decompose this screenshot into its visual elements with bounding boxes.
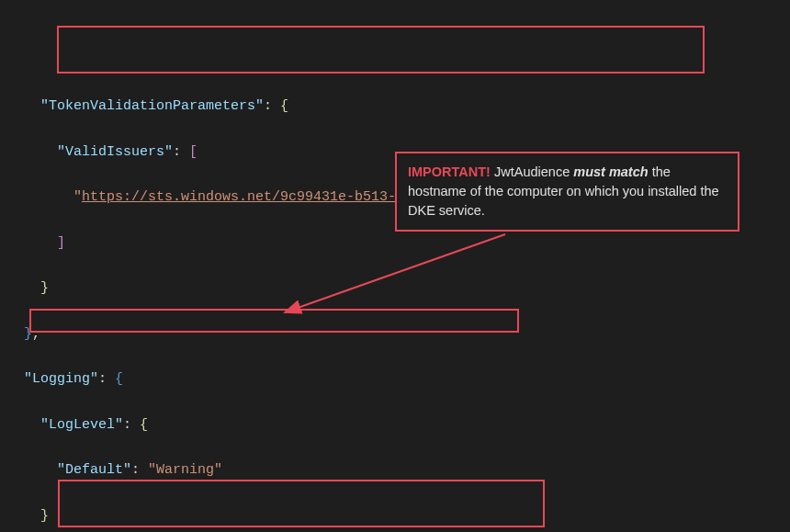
callout-box: IMPORTANT! JwtAudience must match the ho… <box>395 152 739 232</box>
code-line[interactable]: }, <box>0 323 790 346</box>
key-loglevel: LogLevel <box>49 417 115 433</box>
callout-important: IMPORTANT! <box>408 164 491 179</box>
callout-text1: JwtAudience <box>491 164 573 179</box>
code-line[interactable]: ] <box>0 232 790 255</box>
code-line[interactable]: "LogLevel": { <box>0 414 790 437</box>
code-line[interactable]: "TokenValidationParameters": { <box>0 96 790 119</box>
code-line[interactable]: } <box>0 277 790 300</box>
code-line[interactable]: } <box>0 505 790 528</box>
key-logging: Logging <box>32 371 90 387</box>
key-default: Default <box>65 462 123 478</box>
code-line[interactable]: "Default": "Warning" <box>0 459 790 482</box>
value-default: Warning <box>156 462 214 478</box>
key-validissuers: ValidIssuers <box>65 144 164 160</box>
callout-emphasis: must match <box>573 164 648 179</box>
code-line[interactable]: "Logging": { <box>0 368 790 391</box>
key-tokenvalidation: TokenValidationParameters <box>49 98 255 114</box>
highlight-box-validissuers <box>57 26 705 74</box>
